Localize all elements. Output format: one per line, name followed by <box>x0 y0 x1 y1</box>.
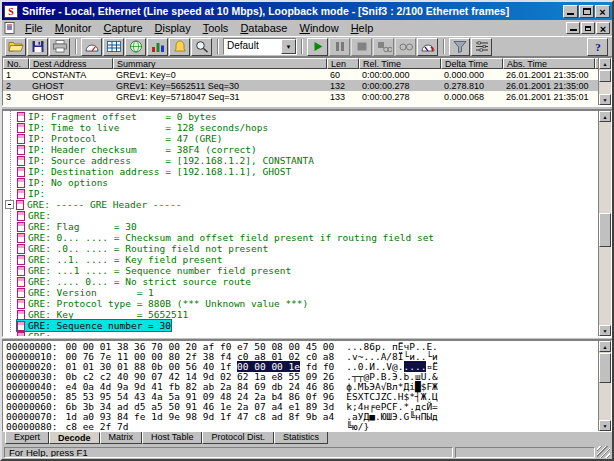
tree-collapse-icon[interactable] <box>5 200 14 209</box>
resize-grip[interactable] <box>597 446 610 458</box>
col-dest-address[interactable]: Dest Address <box>29 58 113 69</box>
packet-row-4[interactable]: 4 GHOST GREv1: <box>3 102 598 105</box>
capture-options-button[interactable] <box>471 38 492 56</box>
matrix-button[interactable] <box>125 38 146 56</box>
cell-len: 60 <box>327 70 359 80</box>
decode-line-gre-header[interactable]: GRE: ----- GRE Header ----- <box>3 199 598 210</box>
decode-line[interactable]: IP: Protocol = 47 (GRE) <box>3 133 598 144</box>
decode-line[interactable]: GRE: Protocol type = 880B (*** Unknown v… <box>3 298 598 309</box>
dashboard-button[interactable] <box>81 38 102 56</box>
mdi-minimize-button[interactable] <box>566 22 580 34</box>
scroll-up-button[interactable] <box>599 111 611 122</box>
hex-scrollbar[interactable] <box>598 341 611 431</box>
capture-panel-button[interactable] <box>417 38 438 56</box>
cell-rel-time: 0:00:00.278 <box>359 92 441 102</box>
close-button[interactable] <box>595 5 610 18</box>
protocol-field-icon <box>17 244 25 254</box>
col-abs-time[interactable]: Abs. Time <box>503 58 595 69</box>
menu-file[interactable]: File <box>19 22 49 34</box>
decode-line-selected[interactable]: GRE: Sequence number = 30 <box>3 320 598 331</box>
scroll-down-button[interactable] <box>599 94 611 105</box>
col-delta-time[interactable]: Delta Time <box>441 58 503 69</box>
menu-display[interactable]: Display <box>149 22 197 34</box>
tab-statistics[interactable]: Statistics <box>274 432 328 444</box>
scroll-thumb[interactable] <box>599 353 611 383</box>
open-button[interactable] <box>5 38 26 56</box>
mdi-close-button[interactable] <box>596 22 610 34</box>
decode-line[interactable]: GRE: ..1. .... = Key field present <box>3 254 598 265</box>
decode-line[interactable]: GRE: ...1 .... = Sequence number field p… <box>3 265 598 276</box>
profile-select[interactable]: Default <box>223 38 297 55</box>
menu-window[interactable]: Window <box>293 22 344 34</box>
packet-row-1[interactable]: 1 CONSTANTA GREv1: Key=0 60 0:00:00.000 … <box>3 69 598 80</box>
decode-scrollbar[interactable] <box>598 111 611 336</box>
scroll-up-button[interactable] <box>599 341 611 352</box>
decode-line[interactable]: IP: Time to live = 128 seconds/hops <box>3 122 598 133</box>
packet-row-3[interactable]: 3 GHOST GREv1: Key=5718047 Seq=31 133 0:… <box>3 91 598 102</box>
scroll-down-button[interactable] <box>599 420 611 431</box>
host-table-button[interactable] <box>103 38 124 56</box>
decode-line[interactable]: IP: No options <box>3 177 598 188</box>
scroll-track[interactable] <box>599 122 611 325</box>
decode-line[interactable]: GRE: .... 0... = No strict source route <box>3 276 598 287</box>
packet-row-2-selected[interactable]: 2 GHOST GREv1: Key=5652511 Seq=30 132 0:… <box>3 80 598 91</box>
decode-line[interactable]: GRE: Flag = 30 <box>3 221 598 232</box>
decode-line[interactable]: IP: <box>3 188 598 199</box>
stop-capture-button[interactable] <box>351 38 372 56</box>
find-frame-button[interactable] <box>191 38 212 56</box>
decode-line[interactable]: IP: Header checksum = 38F4 (correct) <box>3 144 598 155</box>
col-no[interactable]: No. <box>3 58 29 69</box>
menu-capture[interactable]: Capture <box>97 22 148 34</box>
minimize-button[interactable] <box>563 5 578 18</box>
col-len[interactable]: Len <box>327 58 359 69</box>
decode-line[interactable]: IP: Destination address = [192.168.1.1],… <box>3 166 598 177</box>
pause-capture-button[interactable] <box>329 38 350 56</box>
packet-list-scrollbar[interactable] <box>598 58 611 105</box>
define-filter-button[interactable] <box>449 38 470 56</box>
col-rel-time[interactable]: Rel. Time <box>359 58 441 69</box>
tab-decode[interactable]: Decode <box>49 432 100 444</box>
scroll-thumb[interactable] <box>599 70 611 82</box>
cell-no: 1 <box>3 70 29 80</box>
scroll-down-button[interactable] <box>599 325 611 336</box>
maximize-button[interactable] <box>579 5 594 18</box>
decode-line[interactable]: IP: Source address = [192.168.1.2], CONS… <box>3 155 598 166</box>
gauge-icon <box>84 40 100 53</box>
tab-host-table[interactable]: Host Table <box>142 432 202 444</box>
decode-line[interactable]: IP: Fragment offset = 0 bytes <box>3 111 598 122</box>
decode-line[interactable]: GRE: .0.. .... = Routing field not prese… <box>3 243 598 254</box>
scroll-up-button[interactable] <box>599 58 611 69</box>
dropdown-arrow-icon[interactable] <box>281 39 296 54</box>
col-summary[interactable]: Summary <box>113 58 327 69</box>
save-button[interactable] <box>27 38 48 56</box>
display-capture-button[interactable] <box>395 38 416 56</box>
decode-line[interactable]: GRE: <box>3 210 598 221</box>
scroll-thumb[interactable] <box>599 213 611 247</box>
decode-line[interactable]: GRE: Version = 1 <box>3 287 598 298</box>
menu-database[interactable]: Database <box>234 22 293 34</box>
decode-line[interactable]: GRE: 0... .... = Checksum and offset fie… <box>3 232 598 243</box>
protocol-field-icon <box>17 310 25 320</box>
start-capture-button[interactable] <box>307 38 328 56</box>
tab-matrix[interactable]: Matrix <box>100 432 143 444</box>
menu-monitor[interactable]: Monitor <box>49 22 98 34</box>
menu-help[interactable]: Help <box>345 22 380 34</box>
mdi-restore-button[interactable] <box>581 22 595 34</box>
print-button[interactable] <box>49 38 70 56</box>
tab-expert[interactable]: Expert <box>5 432 49 444</box>
history-button[interactable] <box>147 38 168 56</box>
hex-row[interactable]: 00000080:c8 ee 2f 7d ╚ю/} <box>6 422 598 431</box>
decode-line[interactable]: GRE: <box>3 331 598 336</box>
menu-tools[interactable]: Tools <box>197 22 235 34</box>
help-button[interactable]: ? <box>587 38 608 56</box>
toolbar-separator <box>443 39 445 54</box>
scroll-track[interactable] <box>599 69 611 94</box>
bar-chart-icon <box>150 40 166 53</box>
scroll-track[interactable] <box>599 352 611 420</box>
tab-protocol-dist[interactable]: Protocol Dist. <box>202 432 274 444</box>
alarm-log-button[interactable] <box>169 38 190 56</box>
decode-line[interactable]: GRE: Key = 5652511 <box>3 309 598 320</box>
stop-and-display-button[interactable] <box>373 38 394 56</box>
title-bar[interactable]: S Sniffer - Local, Ethernet (Line speed … <box>2 2 612 20</box>
cell-dest: GHOST <box>29 103 113 106</box>
